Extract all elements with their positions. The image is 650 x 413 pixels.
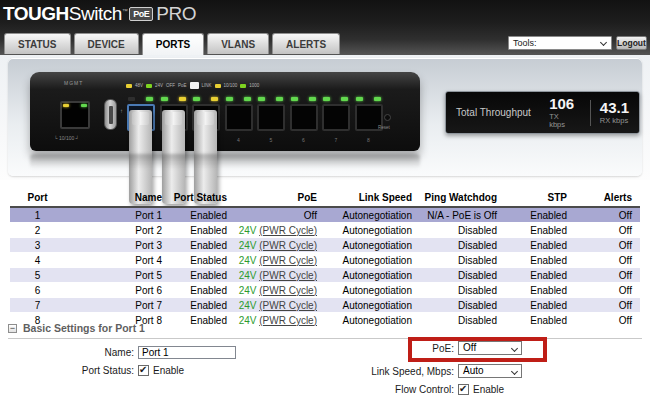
usb-port [104, 99, 117, 130]
port-number-label: 7 [322, 137, 350, 143]
table-cell-poe: 24V (PWR Cycle) [235, 238, 325, 253]
table-cell: Off [575, 238, 640, 253]
table-cell: 7 [10, 298, 65, 313]
toughswitch-app: TOUGHSwitch™PoEPRO STATUSDEVICEPORTSVLAN… [0, 0, 650, 413]
led-legend: 48V24VOFFPoELINK10/1001000 [126, 82, 259, 89]
switch-device-image: MGMT └ 10/100 ┘ ↑ 48V24VOFFPoELINK10/100… [30, 72, 420, 151]
table-row-port-4[interactable]: 4Port 4Enabled24V (PWR Cycle)Autonegotia… [10, 253, 640, 268]
ethernet-port-7 [322, 104, 350, 131]
throughput-display: Total Throughput 106 TX kbps 43.1 RX kbp… [445, 91, 640, 134]
table-cell: Enabled [505, 283, 575, 298]
port-number-label: 5 [257, 137, 285, 143]
table-cell: Port 6 [65, 283, 170, 298]
poe-pwr-cycle-link[interactable]: (PWR Cycle) [259, 255, 317, 266]
port-name-input[interactable] [138, 346, 236, 359]
table-cell: Enabled [505, 268, 575, 283]
nav-tabs: STATUSDEVICEPORTSVLANSALERTS [4, 33, 340, 55]
legend-swatch [240, 84, 246, 88]
port-status-checkbox[interactable]: ✔ [138, 365, 149, 376]
table-row-port-5[interactable]: 5Port 5Enabled24V (PWR Cycle)Autonegotia… [10, 268, 640, 283]
usb-arrow-icon: ↑ [120, 108, 123, 114]
logout-button[interactable]: Logout [616, 36, 647, 50]
table-cell: Disabled [420, 238, 505, 253]
link-speed-row: Link Speed, Mbps: Auto [330, 364, 522, 378]
chevron-down-icon [600, 39, 607, 46]
brand-part1: TOUGH [3, 3, 69, 24]
poe-badge: PoE [129, 7, 153, 21]
brand-part2: Switch [69, 3, 122, 24]
poe-select[interactable]: Off [458, 341, 522, 355]
table-cell-poe: 24V (PWR Cycle) [235, 253, 325, 268]
port-logo-icon [190, 82, 199, 89]
mgmt-port-label: MGMT [64, 80, 83, 86]
poe-pwr-cycle-link[interactable]: (PWR Cycle) [259, 300, 317, 311]
port-5-led [258, 97, 265, 101]
legend-swatch [215, 84, 221, 88]
table-row-port-7[interactable]: 7Port 7Enabled24V (PWR Cycle)Autonegotia… [10, 298, 640, 313]
tools-select-label: Tools: [513, 38, 537, 48]
checkmark-icon: ✔ [139, 364, 147, 375]
tx-unit: TX kbps [549, 113, 576, 130]
port-7-led [323, 97, 330, 101]
table-row-port-1[interactable]: 1Port 1EnabledOffAutonegotiationN/A - Po… [10, 207, 640, 223]
link-speed-label: Link Speed, Mbps: [330, 366, 458, 377]
table-row-port-2[interactable]: 2Port 2Enabled24V (PWR Cycle)Autonegotia… [10, 223, 640, 238]
poe-pwr-cycle-link[interactable]: (PWR Cycle) [259, 240, 317, 251]
table-cell-poe: 24V (PWR Cycle) [235, 298, 325, 313]
tools-select[interactable]: Tools: [508, 36, 612, 50]
port-number-label: 4 [225, 137, 253, 143]
chevron-down-icon [511, 344, 518, 351]
column-header-port: Port [10, 190, 65, 207]
table-cell: Disabled [420, 298, 505, 313]
flow-control-checkbox[interactable]: ✔ [458, 384, 469, 395]
flow-control-label: Flow Control: [330, 384, 458, 395]
tab-vlans[interactable]: VLANS [207, 33, 269, 54]
table-cell: Off [575, 268, 640, 283]
port-number-label: 6 [290, 137, 318, 143]
poe-pwr-cycle-link[interactable]: (PWR Cycle) [259, 225, 317, 236]
table-cell: Enabled [170, 298, 235, 313]
tab-ports[interactable]: PORTS [142, 33, 204, 55]
ethernet-port-4 [225, 104, 253, 131]
port-3-led [193, 97, 200, 101]
mgmt-port [60, 101, 90, 129]
port-8-led [374, 97, 381, 101]
collapse-icon[interactable]: − [8, 324, 17, 333]
tab-status[interactable]: STATUS [4, 33, 71, 54]
table-row-port-6[interactable]: 6Port 6Enabled24V (PWR Cycle)Autonegotia… [10, 283, 640, 298]
poe-pwr-cycle-link[interactable]: (PWR Cycle) [259, 270, 317, 281]
reset-button [384, 114, 391, 121]
chevron-down-icon [511, 367, 518, 374]
table-cell: Autonegotiation [325, 238, 420, 253]
table-row-port-3[interactable]: 3Port 3Enabled24V (PWR Cycle)Autonegotia… [10, 238, 640, 253]
table-cell: Enabled [505, 298, 575, 313]
throughput-title: Total Throughput [456, 107, 549, 118]
table-cell: Off [575, 223, 640, 238]
brand-logo: TOUGHSwitch™PoEPRO [3, 3, 196, 25]
ethernet-port-6 [290, 104, 318, 131]
table-cell: Off [575, 207, 640, 223]
table-cell: Enabled [170, 223, 235, 238]
port-6-led [291, 97, 298, 101]
link-speed-select-value: Auto [463, 365, 484, 376]
table-cell: N/A - PoE is Off [420, 207, 505, 223]
tx-group: 106 TX kbps [549, 96, 576, 129]
table-cell: Enabled [170, 238, 235, 253]
port-3-led [211, 97, 218, 101]
table-cell: Port 3 [65, 238, 170, 253]
table-cell: Disabled [420, 223, 505, 238]
port-status-row: Port Status: ✔ Enable [8, 365, 184, 376]
legend-label: 1000 [249, 83, 259, 88]
table-cell: Enabled [505, 207, 575, 223]
tab-device[interactable]: DEVICE [74, 33, 139, 54]
port-1-led [146, 97, 153, 101]
poe-pwr-cycle-link[interactable]: (PWR Cycle) [259, 285, 317, 296]
legend-label: LINK [202, 83, 212, 88]
port-7-led [341, 97, 348, 101]
link-speed-select[interactable]: Auto [458, 364, 522, 378]
name-label: Name: [8, 347, 138, 358]
reset-label: Reset [378, 125, 390, 130]
port-status-checkbox-label: Enable [153, 365, 184, 376]
tab-alerts[interactable]: ALERTS [272, 33, 340, 54]
device-panel: MGMT └ 10/100 ┘ ↑ 48V24VOFFPoELINK10/100… [8, 58, 642, 176]
